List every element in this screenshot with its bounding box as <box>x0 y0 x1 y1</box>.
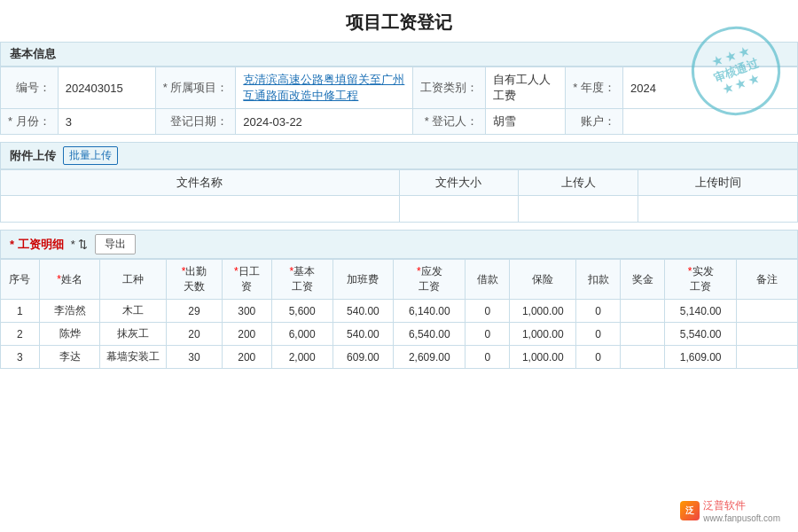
file-table: 文件名称 文件大小 上传人 上传时间 <box>0 169 798 223</box>
wage-type-label: 工资类别： <box>413 67 486 109</box>
file-size-col: 文件大小 <box>399 170 519 196</box>
col-daily: *日工资 <box>222 260 271 300</box>
date-value: 2024-03-22 <box>236 109 413 135</box>
salary-section: 工资明细 ⇅ 导出 序号 *姓名 工种 *出勤天数 *日工资 *基本工资 加班费… <box>0 230 798 369</box>
col-overtime: 加班费 <box>332 260 394 300</box>
file-empty-row <box>1 196 798 223</box>
salary-row: 2陈烨抹灰工202006,000540.006,540.0001,000.000… <box>1 323 798 346</box>
attachment-label: 附件上传 <box>10 148 56 164</box>
project-value[interactable]: 克清滨高速公路粤填留关至广州互通路面改造中修工程 <box>236 67 413 109</box>
salary-table: 序号 *姓名 工种 *出勤天数 *日工资 *基本工资 加班费 *应发工资 借款 … <box>0 259 798 369</box>
col-bonus: 奖金 <box>621 260 665 300</box>
col-job: 工种 <box>100 260 167 300</box>
basic-info-section-header: 基本信息 <box>0 42 798 66</box>
recorder-value: 胡雪 <box>486 109 566 135</box>
col-remark: 备注 <box>737 260 798 300</box>
logo-url: www.fanpusoft.com <box>703 513 780 523</box>
salary-label: 工资明细 <box>10 237 64 253</box>
year-label: * 年度： <box>566 67 623 109</box>
month-label: * 月份： <box>1 109 59 135</box>
code-label: 编号： <box>1 67 59 109</box>
basic-info-table: 编号： 202403015 * 所属项目： 克清滨高速公路粤填留关至广州互通路面… <box>0 66 798 135</box>
col-days: *出勤天数 <box>167 260 222 300</box>
col-name: *姓名 <box>39 260 100 300</box>
salary-header: 工资明细 ⇅ 导出 <box>0 230 798 259</box>
sort-icon: ⇅ <box>71 238 89 251</box>
logo-area: 泛 泛普软件 www.fanpusoft.com <box>680 498 780 523</box>
date-label: 登记日期： <box>155 109 236 135</box>
attachment-header: 附件上传 批量上传 <box>0 142 798 169</box>
salary-row: 3李达幕墙安装工302002,000609.002,609.0001,000.0… <box>1 346 798 369</box>
attachment-section: 附件上传 批量上传 文件名称 文件大小 上传人 上传时间 <box>0 142 798 223</box>
col-insurance: 保险 <box>510 260 576 300</box>
export-button[interactable]: 导出 <box>95 234 136 254</box>
year-value: 2024 <box>623 67 798 109</box>
project-label: * 所属项目： <box>155 67 236 109</box>
logo-name: 泛普软件 <box>703 498 780 513</box>
file-name-col: 文件名称 <box>1 170 400 196</box>
month-value: 3 <box>58 109 155 135</box>
project-link[interactable]: 克清滨高速公路粤填留关至广州互通路面改造中修工程 <box>243 73 404 102</box>
col-actual: *实发工资 <box>665 260 737 300</box>
col-seq: 序号 <box>1 260 40 300</box>
code-value: 202403015 <box>58 67 155 109</box>
uploader-col: 上传人 <box>519 170 638 196</box>
col-payable: *应发工资 <box>394 260 466 300</box>
logo-icon: 泛 <box>680 501 700 520</box>
col-deduction: 扣款 <box>576 260 621 300</box>
wage-type-value: 自有工人人工费 <box>486 67 566 109</box>
recorder-label: * 登记人： <box>413 109 486 135</box>
upload-time-col: 上传时间 <box>638 170 798 196</box>
salary-row: 1李浩然木工293005,600540.006,140.0001,000.000… <box>1 300 798 323</box>
batch-upload-button[interactable]: 批量上传 <box>63 146 118 165</box>
account-value <box>623 109 798 135</box>
col-basic: *基本工资 <box>271 260 332 300</box>
page-title: 项目工资登记 <box>0 0 798 42</box>
account-label: 账户： <box>566 109 623 135</box>
col-loan: 借款 <box>466 260 510 300</box>
basic-info-label: 基本信息 <box>10 46 56 62</box>
